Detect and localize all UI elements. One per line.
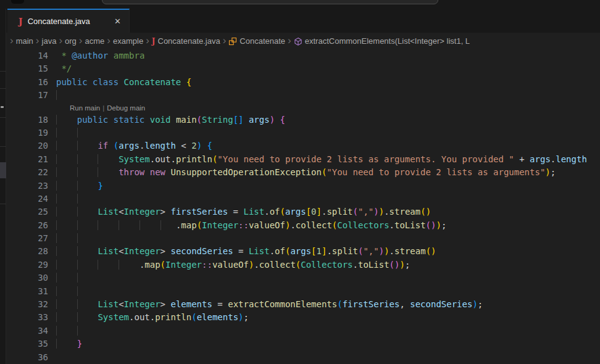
sidebar-sliver[interactable] (0, 9, 6, 364)
breadcrumb-item-acme[interactable]: acme (85, 36, 105, 46)
line-number: 21 (6, 153, 48, 166)
line-number: 24 (6, 192, 48, 205)
java-file-icon: J (19, 17, 23, 27)
code-content (56, 89, 600, 102)
code-line-33[interactable]: 33 System.out.println(elements); (6, 311, 600, 324)
code-line-30[interactable]: 30 (6, 271, 600, 284)
code-line-18[interactable]: 18 public static void main(String[] args… (6, 114, 600, 126)
line-number: 35 (6, 337, 48, 350)
line-number: 14 (6, 49, 48, 62)
command-center-box[interactable] (102, 0, 438, 4)
indent-guide (56, 194, 77, 204)
breadcrumb-item-main[interactable]: main (16, 36, 33, 46)
code-line-23[interactable]: 23 } (6, 180, 600, 192)
breadcrumb: ›main›java›org›acme›example›JConcatenate… (6, 33, 600, 49)
code-content: } (56, 180, 600, 192)
code-line-15[interactable]: 15 */ (6, 62, 600, 75)
code-line-16[interactable]: 16public class Concatenate { (6, 76, 600, 89)
indent-guide (56, 167, 77, 177)
code-line-32[interactable]: 32 List<Integer> elements = extractCommo… (6, 298, 600, 311)
breadcrumb-item-example[interactable]: example (113, 36, 143, 46)
line-number: 33 (6, 311, 48, 324)
line-number: 18 (6, 114, 48, 126)
code-line-31[interactable]: 31 (6, 285, 600, 298)
tab-label: Concatenate.java (28, 17, 107, 26)
indent-guide (98, 220, 119, 230)
indent-guide (77, 233, 98, 243)
indent-guide (77, 260, 98, 270)
tab-concatenate-java[interactable]: J Concatenate.java ✕ (7, 9, 130, 33)
symbol-method-icon (294, 37, 302, 46)
indent-guide (56, 273, 77, 283)
code-line-34[interactable]: 34 (6, 325, 600, 337)
breadcrumb-item-concatenate-java[interactable]: JConcatenate.java (152, 36, 220, 46)
code-line-26[interactable]: 26 .map(Integer::valueOf).collect(Collec… (6, 219, 600, 232)
code-content: .map(Integer::valueOf).collect(Collector… (56, 219, 600, 232)
indent-guide (77, 207, 98, 217)
divider (0, 146, 6, 147)
breadcrumb-label: main (16, 36, 33, 46)
code-line-27[interactable]: 27 (6, 232, 600, 245)
code-content: public static void main(String[] args) { (56, 114, 600, 126)
line-number: 20 (6, 139, 48, 152)
code-content: System.out.println("You need to provide … (56, 153, 600, 166)
indent-guide (56, 154, 77, 164)
code-line-35[interactable]: 35 } (6, 337, 600, 350)
line-number: 30 (6, 271, 48, 284)
codelens-run-main-link[interactable]: Run main (70, 104, 100, 112)
symbol-class-icon (228, 37, 237, 46)
indent-guide (77, 154, 98, 164)
code-line-19[interactable]: 19 (6, 126, 600, 139)
code-line-22[interactable]: 22 throw new UnsupportedOperationExcepti… (6, 166, 600, 179)
chevron-right-icon: › (285, 35, 294, 47)
code-content (56, 126, 600, 139)
code-line-29[interactable]: 29 .map(Integer::valueOf).collect(Collec… (6, 259, 600, 271)
code-line-14[interactable]: 14 * @author ammbra (6, 49, 600, 62)
indent-guide (140, 220, 160, 230)
line-number: 28 (6, 245, 48, 258)
code-editor[interactable]: 14 * @author ammbra15 */16public class C… (6, 49, 600, 364)
code-content (56, 325, 600, 337)
indent-guide (77, 194, 98, 204)
window-titlebar (0, 0, 600, 9)
breadcrumb-item-org[interactable]: org (65, 36, 77, 46)
breadcrumb-item-java[interactable]: java (42, 36, 57, 46)
breadcrumb-item-extractcommonelements-list-int[interactable]: extractCommonElements(List<Integer> list… (294, 36, 470, 46)
vscode-window: J Concatenate.java ✕ ›main›java›org›acme… (0, 0, 600, 364)
code-content: throw new UnsupportedOperationException(… (56, 166, 600, 179)
indent-guide (77, 312, 98, 322)
tab-bar: J Concatenate.java ✕ (6, 9, 600, 33)
chevron-right-icon: › (56, 35, 65, 47)
divider (0, 204, 6, 204)
breadcrumb-label: example (113, 36, 143, 46)
line-number: 36 (6, 351, 48, 364)
chevron-right-icon: › (33, 35, 42, 47)
code-line-21[interactable]: 21 System.out.println("You need to provi… (6, 153, 600, 166)
code-line-20[interactable]: 20 if (args.length < 2) { (6, 139, 600, 152)
codelens-debug-main-link[interactable]: Debug main (107, 104, 145, 112)
breadcrumb-label: org (65, 36, 77, 46)
indent-guide (56, 260, 77, 270)
code-content (56, 232, 600, 245)
code-content: * @author ammbra (56, 49, 600, 62)
divider (0, 88, 6, 89)
code-line-28[interactable]: 28 List<Integer> secondSeries = List.of(… (6, 245, 600, 258)
code-line-24[interactable]: 24 (6, 192, 600, 205)
indent-guide (98, 154, 119, 164)
indent-guide (56, 286, 77, 296)
line-number: 25 (6, 205, 48, 218)
line-number: 27 (6, 232, 48, 245)
indent-guide (56, 233, 77, 243)
code-line-36[interactable]: 36 (6, 351, 600, 364)
code-content (56, 285, 600, 298)
indent-guide (77, 286, 98, 296)
breadcrumb-label: extractCommonElements(List<Integer> list… (305, 36, 470, 46)
code-line-25[interactable]: 25 List<Integer> firstSeries = List.of(a… (6, 205, 600, 218)
breadcrumb-item-concatenate[interactable]: Concatenate (228, 36, 285, 46)
code-line-17[interactable]: 17 (6, 89, 600, 102)
code-content (56, 351, 600, 364)
sidebar-marker (1, 106, 4, 108)
breadcrumb-label: Concatenate (240, 36, 285, 46)
tab-close-icon[interactable]: ✕ (112, 16, 123, 27)
code-content (56, 271, 600, 284)
